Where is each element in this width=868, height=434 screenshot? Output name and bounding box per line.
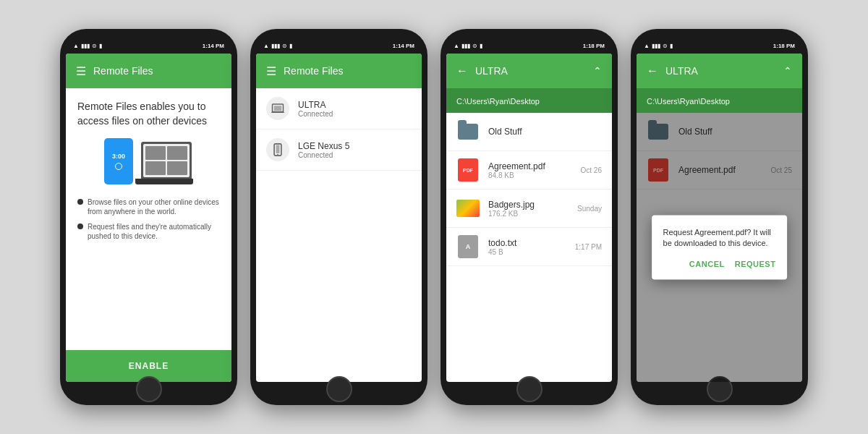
file-info-txt: todo.txt 45 B <box>488 238 566 256</box>
dialog-box: Request Agreement.pdf? It will be downlo… <box>652 216 788 280</box>
device-name-ultra: ULTRA <box>298 100 333 110</box>
enable-button[interactable]: ENABLE <box>129 361 169 371</box>
battery-icon: ▮ <box>99 43 102 49</box>
phone-bottom-2 <box>256 382 422 396</box>
screen-2: ☰ Remote Files ULTRA Connected <box>256 54 422 382</box>
screen4-overlay: Old Stuff PDF Agreement.pdf Oct 25 Reque… <box>637 113 802 382</box>
file-list-3: Old Stuff PDF Agreement.pdf 84.8 KB Oct … <box>446 113 612 382</box>
device-status-nexus: Connected <box>298 151 349 159</box>
phone-3: ▲ ▮▮▮ ⊜ ▮ 1:18 PM ← ULTRA ⌃ C:\Users\Rya… <box>441 29 618 405</box>
cancel-button[interactable]: CANCEL <box>689 259 725 268</box>
file-icon-1 <box>145 146 166 160</box>
device-info-ultra: ULTRA Connected <box>298 100 333 118</box>
file-item-txt[interactable]: A todo.txt 45 B 1:17 PM <box>446 228 612 266</box>
path-text-3: C:\Users\Ryan\Desktop <box>456 97 540 106</box>
bluetooth-icon-4: ▲ <box>644 43 650 49</box>
folder-shape <box>458 124 478 140</box>
phone-1: ▲ ▮▮▮ ⊜ ▮ 1:14 PM ☰ Remote Files Remote … <box>60 29 237 405</box>
img-thumbnail <box>456 200 480 217</box>
phone-bottom-1 <box>66 382 231 396</box>
laptop-icon <box>271 102 284 115</box>
screen-4: ← ULTRA ⌃ C:\Users\Ryan\Desktop Old Stuf… <box>637 54 802 382</box>
bluetooth-icon-3: ▲ <box>454 43 459 49</box>
screen-3: ← ULTRA ⌃ C:\Users\Ryan\Desktop Old Stuf… <box>446 54 612 382</box>
phone-icon <box>273 143 283 156</box>
file-name-pdf: Agreement.pdf <box>488 161 572 171</box>
file-item-folder[interactable]: Old Stuff <box>446 113 612 151</box>
bluetooth-icon-2: ▲ <box>263 43 269 49</box>
device-status-ultra: Connected <box>298 110 333 118</box>
signal-icon-2: ▮▮▮ <box>271 43 280 49</box>
welcome-title: Remote Files enables you to access files… <box>77 100 220 128</box>
wifi-icon-3: ⊜ <box>472 43 477 49</box>
file-size-jpg: 176.2 KB <box>488 210 569 218</box>
expand-icon-4[interactable]: ⌃ <box>783 65 792 77</box>
file-item-pdf[interactable]: PDF Agreement.pdf 84.8 KB Oct 26 <box>446 151 612 190</box>
file-icon-3 <box>145 161 166 175</box>
file-item-jpg[interactable]: Badgers.jpg 176.2 KB Sunday <box>446 190 612 228</box>
battery-icon-2: ▮ <box>289 43 292 49</box>
bluetooth-icon: ▲ <box>73 43 79 49</box>
device-info-nexus: LGE Nexus 5 Connected <box>298 141 349 159</box>
device-item-nexus[interactable]: LGE Nexus 5 Connected <box>256 129 422 171</box>
back-icon-3[interactable]: ← <box>456 64 468 77</box>
status-time-2: 1:14 PM <box>393 43 414 49</box>
menu-icon-1[interactable]: ☰ <box>76 64 86 78</box>
app-bar-title-4: ULTRA <box>665 65 776 77</box>
folder-icon <box>456 120 480 143</box>
home-button-3[interactable] <box>516 376 542 402</box>
battery-icon-4: ▮ <box>670 43 673 49</box>
status-icons-2: ▲ ▮▮▮ ⊜ ▮ <box>263 43 292 49</box>
txt-icon: A <box>456 235 480 258</box>
file-info-pdf: Agreement.pdf 84.8 KB <box>488 161 572 179</box>
wifi-icon-4: ⊜ <box>663 43 668 49</box>
phone-2: ▲ ▮▮▮ ⊜ ▮ 1:14 PM ☰ Remote Files UL <box>250 29 427 405</box>
app-bar-title-2: Remote Files <box>284 65 412 77</box>
file-name-jpg: Badgers.jpg <box>488 200 569 210</box>
status-time-3: 1:18 PM <box>583 43 605 49</box>
path-bar-3: C:\Users\Ryan\Desktop <box>446 88 612 113</box>
request-button[interactable]: REQUEST <box>735 259 776 268</box>
app-bar-3: ← ULTRA ⌃ <box>446 54 612 88</box>
device-item-ultra[interactable]: ULTRA Connected <box>256 88 422 129</box>
svg-point-5 <box>277 154 278 156</box>
device-icon-nexus <box>266 138 289 161</box>
status-bar-4: ▲ ▮▮▮ ⊜ ▮ 1:18 PM <box>637 38 802 54</box>
svg-rect-4 <box>276 145 280 153</box>
app-bar-title-3: ULTRA <box>475 65 586 77</box>
folder-name: Old Stuff <box>488 127 602 137</box>
devices-illustration: 3:00 <box>77 138 220 184</box>
bullet-dot-1 <box>77 199 83 205</box>
status-icons-3: ▲ ▮▮▮ ⊜ ▮ <box>454 43 482 49</box>
file-date-txt: 1:17 PM <box>575 243 602 251</box>
phone-4: ▲ ▮▮▮ ⊜ ▮ 1:18 PM ← ULTRA ⌃ C:\Users\Rya… <box>631 29 808 405</box>
txt-icon-shape: A <box>458 235 478 258</box>
feature-list: Browse files on your other online device… <box>77 197 220 247</box>
svg-rect-2 <box>271 112 284 114</box>
file-size-txt: 45 B <box>488 248 566 256</box>
device-list: ULTRA Connected LGE Nexus 5 Connected <box>256 88 422 382</box>
phone-bottom-4 <box>637 382 802 396</box>
home-button-1[interactable] <box>136 376 162 402</box>
app-bar-1: ☰ Remote Files <box>66 54 231 88</box>
expand-icon-3[interactable]: ⌃ <box>593 65 602 77</box>
app-bar-2: ☰ Remote Files <box>256 54 422 88</box>
mini-laptop-wrapper <box>139 142 193 184</box>
status-bar-2: ▲ ▮▮▮ ⊜ ▮ 1:14 PM <box>256 38 422 54</box>
signal-icon: ▮▮▮ <box>81 43 90 49</box>
device-icon-ultra <box>266 97 289 120</box>
status-icons-1: ▲ ▮▮▮ ⊜ ▮ <box>73 43 102 49</box>
path-bar-4: C:\Users\Ryan\Desktop <box>637 88 802 113</box>
home-button-2[interactable] <box>326 376 352 402</box>
file-info-jpg: Badgers.jpg 176.2 KB <box>488 200 569 218</box>
status-time-1: 1:14 PM <box>203 43 224 49</box>
mini-laptop-illustration <box>141 142 192 179</box>
dialog-message: Request Agreement.pdf? It will be downlo… <box>663 227 776 250</box>
device-name-nexus: LGE Nexus 5 <box>298 141 349 151</box>
back-icon-4[interactable]: ← <box>647 64 658 77</box>
mini-phone-illustration: 3:00 <box>104 138 133 184</box>
path-text-4: C:\Users\Ryan\Desktop <box>647 97 730 106</box>
pdf-icon: PDF <box>456 158 480 182</box>
laptop-base <box>135 179 193 184</box>
menu-icon-2[interactable]: ☰ <box>266 64 276 78</box>
